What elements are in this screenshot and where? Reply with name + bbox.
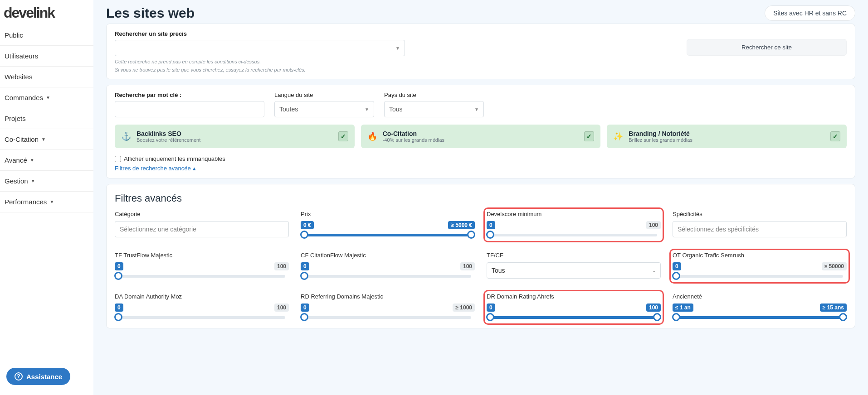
chevron-down-icon: ▼ (30, 158, 34, 163)
card-title: Co-Citation (383, 130, 444, 137)
cf-slider[interactable] (304, 275, 471, 278)
dr-min-badge: 0 (487, 303, 495, 312)
card-backlinks[interactable]: ⚓ Backlinks SEO Boostez votre référencem… (115, 125, 355, 148)
age-min-badge: ≤ 1 an (673, 303, 693, 312)
develscore-min-badge: 0 (487, 221, 495, 229)
ot-max-badge: ≥ 50000 (822, 262, 847, 270)
rd-slider[interactable] (304, 316, 471, 319)
age-slider[interactable] (676, 316, 843, 319)
search-hint-2: Si vous ne trouvez pas le site que vous … (115, 67, 677, 72)
tf-max-badge: 100 (274, 262, 289, 270)
rd-label: RD Referring Domains Majestic (301, 293, 475, 300)
card-sub: -40% sur les grands médias (383, 137, 444, 143)
nav-gestion[interactable]: Gestion▼ (0, 171, 93, 192)
nav-label: Public (5, 31, 23, 39)
checkbox-checked-icon[interactable]: ✓ (584, 131, 594, 141)
keyword-label: Recherche par mot clé : (115, 92, 264, 98)
only-unmissable-row[interactable]: Afficher uniquement les immanquables (115, 155, 847, 162)
assistance-label: Assistance (26, 373, 62, 381)
search-submit-button[interactable]: Rechercher ce site (687, 39, 847, 56)
only-unmissable-label: Afficher uniquement les immanquables (124, 155, 225, 162)
nav-label: Co-Citation (5, 135, 39, 143)
lang-value: Toutes (279, 106, 298, 113)
nav-label: Gestion (5, 177, 28, 185)
filter-specifics: Spécificités Sélectionnez des spécificit… (673, 211, 847, 239)
site-search-select[interactable]: ▼ (115, 40, 405, 56)
nav-label: Projets (5, 115, 26, 122)
da-slider[interactable] (118, 316, 285, 319)
category-label: Catégorie (115, 211, 289, 217)
dr-slider[interactable] (490, 316, 657, 319)
card-branding[interactable]: ✨ Branding / Notoriété Brillez sur les g… (607, 125, 847, 148)
nav-public[interactable]: Public (0, 25, 93, 46)
chevron-down-icon: ▼ (474, 107, 479, 112)
nav-cocitation[interactable]: Co-Citation▼ (0, 129, 93, 150)
assistance-button[interactable]: ? Assistance (6, 368, 70, 385)
slider-thumb[interactable] (672, 272, 680, 280)
slider-thumb[interactable] (486, 231, 494, 239)
advanced-filters-label: Filtres de recherche avancée (115, 165, 191, 172)
only-unmissable-checkbox[interactable] (115, 156, 121, 162)
tf-slider[interactable] (118, 275, 285, 278)
nav-label: Utilisateurs (5, 52, 38, 60)
specifics-select[interactable]: Sélectionnez des spécificités (673, 221, 847, 237)
nav-avance[interactable]: Avancé▼ (0, 150, 93, 171)
rd-min-badge: 0 (301, 303, 309, 312)
slider-thumb[interactable] (114, 313, 122, 321)
anchor-icon: ⚓ (121, 131, 131, 141)
filter-cf: CF CitationFlow Majestic 0 100 (301, 252, 475, 280)
slider-thumb-max[interactable] (653, 313, 661, 321)
slider-thumb[interactable] (300, 313, 308, 321)
nav-label: Websites (5, 73, 32, 81)
card-title: Backlinks SEO (137, 130, 200, 137)
da-min-badge: 0 (115, 303, 123, 312)
advanced-panel: Filtres avancés Catégorie Sélectionnez u… (106, 184, 855, 328)
filter-tfcf: TF/CF Tous ⌄ (487, 252, 661, 280)
tf-min-badge: 0 (115, 262, 123, 270)
ot-slider[interactable] (676, 275, 843, 278)
tfcf-label: TF/CF (487, 252, 661, 259)
nav-projets[interactable]: Projets (0, 108, 93, 129)
rd-max-badge: ≥ 1000 (453, 303, 475, 312)
card-cocitation[interactable]: 🔥 Co-Citation -40% sur les grands médias… (361, 125, 601, 148)
nav-utilisateurs[interactable]: Utilisateurs (0, 46, 93, 67)
help-icon: ? (15, 372, 23, 381)
logo: develink (0, 0, 93, 25)
nav-performances[interactable]: Performances▼ (0, 192, 93, 212)
slider-thumb[interactable] (114, 272, 122, 280)
cf-label: CF CitationFlow Majestic (301, 252, 475, 259)
specifics-label: Spécificités (673, 211, 847, 217)
country-select[interactable]: Tous ▼ (384, 101, 484, 117)
category-select[interactable]: Sélectionnez une catégorie (115, 221, 289, 237)
card-title: Branding / Notoriété (629, 130, 692, 137)
tfcf-select[interactable]: Tous ⌄ (487, 262, 661, 279)
checkbox-checked-icon[interactable]: ✓ (338, 131, 348, 141)
category-placeholder: Sélectionnez une catégorie (120, 226, 196, 233)
checkbox-checked-icon[interactable]: ✓ (830, 131, 840, 141)
sidebar-nav: Public Utilisateurs Websites Commandes▼ … (0, 25, 93, 212)
advanced-filters-toggle[interactable]: Filtres de recherche avancée ▴ (115, 165, 196, 172)
tf-label: TF TrustFlow Majestic (115, 252, 289, 259)
slider-thumb[interactable] (300, 272, 308, 280)
chevron-down-icon: ⌄ (652, 268, 656, 273)
chevron-down-icon: ▼ (41, 137, 46, 142)
develscore-label: Develscore minimum (487, 211, 661, 217)
filter-dr: DR Domain Rating Ahrefs 0 100 (487, 293, 661, 322)
sites-hr-sans-rc-button[interactable]: Sites avec HR et sans RC (765, 5, 855, 21)
chevron-down-icon: ▼ (395, 46, 400, 51)
slider-thumb-min[interactable] (300, 231, 308, 239)
develscore-slider[interactable] (490, 234, 657, 236)
slider-thumb-max[interactable] (839, 313, 847, 321)
card-sub: Brillez sur les grands médias (629, 137, 692, 143)
nav-websites[interactable]: Websites (0, 67, 93, 87)
slider-thumb-max[interactable] (467, 231, 475, 239)
nav-commandes[interactable]: Commandes▼ (0, 87, 93, 108)
slider-thumb-min[interactable] (486, 313, 494, 321)
filter-ot: OT Organic Trafic Semrush 0 ≥ 50000 (673, 252, 847, 280)
keyword-input[interactable] (115, 101, 264, 117)
slider-thumb-min[interactable] (672, 313, 680, 321)
lang-select[interactable]: Toutes ▼ (274, 101, 374, 117)
price-slider[interactable] (304, 234, 471, 236)
filter-rd: RD Referring Domains Majestic 0 ≥ 1000 (301, 293, 475, 322)
nav-label: Avancé (5, 156, 27, 164)
